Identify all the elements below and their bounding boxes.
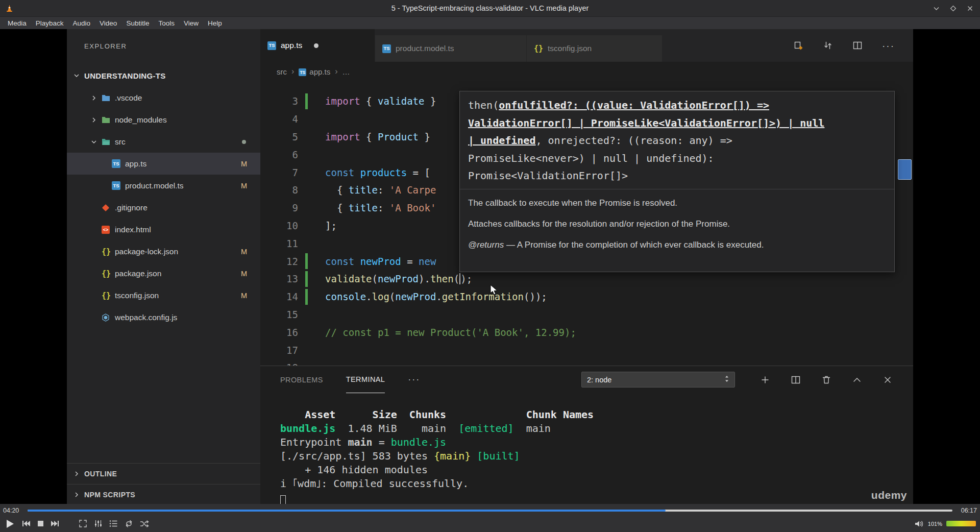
code-token: newProd [378, 273, 419, 284]
terminal-text: = [373, 436, 391, 448]
code-token: new [419, 256, 436, 267]
explorer-item-package-json[interactable]: {}package.jsonM [67, 262, 260, 284]
explorer-root-folder[interactable]: UNDERSTANDING-TS [67, 66, 260, 85]
menu-help[interactable]: Help [203, 19, 227, 27]
video-area[interactable]: EXPLORER UNDERSTANDING-TS .vscodenode_mo… [0, 29, 980, 504]
explorer-item-gitignore[interactable]: .gitignore [67, 197, 260, 219]
sidebar-sections: OUTLINENPM SCRIPTS [67, 463, 260, 504]
kill-terminal-icon[interactable] [821, 375, 831, 385]
code-line-18[interactable]: 18 [260, 359, 913, 366]
terminal-text: [built] [477, 450, 520, 462]
section-npm-scripts[interactable]: NPM SCRIPTS [67, 484, 260, 504]
split-terminal-icon[interactable] [791, 375, 801, 385]
terminal-cursor [280, 495, 286, 504]
volume-controls: 101% [914, 515, 976, 532]
tab-app-ts[interactable]: TSapp.ts [260, 29, 375, 62]
menu-tools[interactable]: Tools [154, 19, 179, 27]
file-tree: .vscodenode_modulessrcTSapp.tsMTSproduct… [67, 87, 260, 328]
breadcrumb-app-ts[interactable]: TSapp.ts [299, 67, 330, 77]
breadcrumb: src›TSapp.ts›… [260, 62, 913, 81]
scrollbar-thumb[interactable] [898, 159, 912, 180]
code-line-13[interactable]: 13validate(newProd).then(); [260, 270, 913, 288]
ts-icon: TS [299, 67, 306, 77]
code-line-17[interactable]: 17 [260, 341, 913, 359]
volume-icon[interactable] [914, 520, 924, 528]
code-line-14[interactable]: 14console.log(newProd.getInformation()); [260, 288, 913, 306]
next-button[interactable] [51, 520, 59, 527]
select-arrows-icon [724, 374, 729, 385]
explorer-item-webpack-config-js[interactable]: webpack.config.js [67, 306, 260, 328]
transport-left [4, 515, 149, 532]
tab-product-model-ts[interactable]: TSproduct.model.ts [375, 35, 527, 62]
window-minimize-button[interactable] [933, 5, 940, 12]
menu-audio[interactable]: Audio [68, 19, 95, 27]
loop-button[interactable] [125, 520, 133, 527]
explorer-item-index-html[interactable]: <>index.html [67, 219, 260, 240]
line-number: 3 [260, 95, 298, 107]
window-title: 5 - TypeScript-embracing class-validator… [0, 0, 980, 16]
panel-header: PROBLEMSTERMINAL ··· 2: node [260, 366, 913, 393]
window-maximize-button[interactable] [949, 5, 957, 12]
window-close-button[interactable] [966, 5, 974, 12]
hover-signature-text: PromiseLike<never>) | null | undefined): [468, 152, 714, 164]
explorer-item-app-ts[interactable]: TSapp.tsM [67, 153, 260, 175]
terminal-output[interactable]: Asset Size Chunks Chunk Namesbundle.js 1… [280, 393, 903, 504]
menu-media[interactable]: Media [3, 19, 31, 27]
fullscreen-button[interactable] [79, 519, 87, 528]
menu-video[interactable]: Video [95, 19, 121, 27]
file-label: webpack.config.js [115, 313, 177, 322]
hover-parameter-link[interactable]: | undefined [468, 134, 535, 147]
close-panel-icon[interactable] [883, 375, 893, 385]
explorer-item-src[interactable]: src [67, 131, 260, 153]
previous-button[interactable] [22, 520, 31, 527]
play-button[interactable] [4, 518, 15, 529]
code-line-15[interactable]: 15 [260, 306, 913, 324]
panel-tab-problems[interactable]: PROBLEMS [280, 366, 323, 393]
terminal-text: [./src/app.ts] 583 bytes [280, 450, 434, 462]
explorer-item-product-model-ts[interactable]: TSproduct.model.tsM [67, 175, 260, 197]
git-compare-icon[interactable] [823, 40, 833, 51]
file-label: index.html [115, 225, 151, 234]
volume-slider[interactable] [946, 521, 976, 526]
stop-button[interactable] [37, 520, 44, 527]
file-label: product.model.ts [125, 181, 184, 190]
code-text: console.log(newProd.getInformation()); [298, 291, 547, 302]
section-outline[interactable]: OUTLINE [67, 463, 260, 484]
explorer-header: EXPLORER [84, 42, 127, 50]
maximize-panel-icon[interactable] [852, 375, 862, 385]
extended-settings-button[interactable] [94, 519, 103, 528]
code-token: title [349, 202, 378, 213]
new-terminal-icon[interactable] [760, 375, 770, 385]
explorer-item-package-lock-json[interactable]: {}package-lock.jsonM [67, 240, 260, 262]
open-changes-icon[interactable] [793, 40, 803, 51]
explorer-item-node-modules[interactable]: node_modules [67, 109, 260, 131]
explorer-item-vscode[interactable]: .vscode [67, 87, 260, 109]
breadcrumb-src[interactable]: src [277, 67, 287, 76]
random-button[interactable] [140, 520, 149, 527]
panel-tab-terminal[interactable]: TERMINAL [346, 366, 385, 393]
more-actions-icon[interactable]: ··· [882, 41, 895, 51]
terminal-line: [./src/app.ts] 583 bytes {main} [built] [280, 449, 903, 463]
terminal-text: + 146 hidden modules [280, 464, 428, 476]
panel-more-icon[interactable]: ··· [408, 374, 420, 385]
breadcrumb-more[interactable]: … [342, 67, 350, 76]
hover-doc-paragraph: The callback to execute when the Promise… [468, 197, 886, 209]
volume-percent: 101% [928, 521, 942, 527]
seek-slider[interactable] [28, 510, 952, 512]
menu-view[interactable]: View [179, 19, 203, 27]
terminal-select[interactable]: 2: node [581, 372, 735, 388]
line-number: 12 [260, 256, 298, 267]
code-line-16[interactable]: 16// const p1 = new Product('A Book', 12… [260, 323, 913, 341]
code-token: . [425, 273, 430, 284]
hover-parameter-link[interactable]: ValidationError[] | PromiseLike<Validati… [468, 117, 824, 129]
tab-tsconfig-json[interactable]: {}tsconfig.json [527, 35, 663, 62]
file-label: src [115, 137, 126, 147]
menu-playback[interactable]: Playback [31, 19, 68, 27]
hover-parameter-link[interactable]: onfulfilled?: ((value: ValidationError[]… [499, 99, 769, 111]
playlist-button[interactable] [109, 520, 118, 527]
explorer-item-tsconfig-json[interactable]: {}tsconfig.jsonM [67, 284, 260, 306]
code-text: { title: 'A Carpe [298, 184, 436, 196]
folder-open-icon [102, 138, 115, 146]
menu-subtitle[interactable]: Subtitle [121, 19, 154, 27]
split-editor-icon[interactable] [852, 40, 863, 51]
